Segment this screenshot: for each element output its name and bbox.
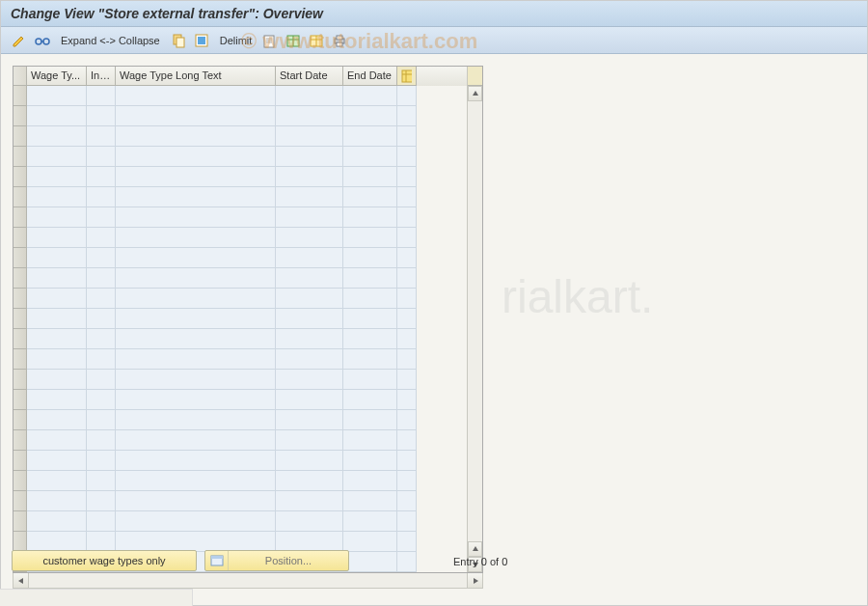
delimit-button[interactable]: Delimit <box>216 35 257 46</box>
cell-end-date[interactable] <box>343 430 397 451</box>
cell-end-date[interactable] <box>343 491 397 511</box>
table-row[interactable] <box>14 451 467 471</box>
cell-wage-type-long[interactable] <box>116 289 276 309</box>
cell-wage-type-long[interactable] <box>116 167 276 187</box>
cell-inf[interactable] <box>87 147 116 167</box>
row-handle[interactable] <box>14 451 27 471</box>
cell-inf[interactable] <box>87 329 116 349</box>
cell-wage-type[interactable] <box>27 86 87 106</box>
cell-end-date[interactable] <box>343 147 397 167</box>
cell-end-date[interactable] <box>343 309 397 329</box>
scroll-left-icon[interactable] <box>14 573 29 588</box>
row-handle[interactable] <box>14 329 27 349</box>
cell-start-date[interactable] <box>276 207 343 228</box>
cell-end-date[interactable] <box>343 329 397 349</box>
table-row[interactable] <box>14 370 467 390</box>
cell-start-date[interactable] <box>276 147 343 167</box>
row-handle[interactable] <box>14 511 27 532</box>
cell-end-date[interactable] <box>343 289 397 309</box>
cell-start-date[interactable] <box>276 126 343 147</box>
cell-inf[interactable] <box>87 106 116 126</box>
row-handle[interactable] <box>14 410 27 430</box>
cell-start-date[interactable] <box>276 167 343 187</box>
row-handle[interactable] <box>14 532 27 552</box>
cell-wage-type-long[interactable] <box>116 370 276 390</box>
cell-start-date[interactable] <box>276 491 343 511</box>
cell-end-date[interactable] <box>343 126 397 147</box>
cell-end-date[interactable] <box>343 390 397 410</box>
cell-end-date[interactable] <box>343 451 397 471</box>
row-handle[interactable] <box>14 187 27 207</box>
col-header-start-date[interactable]: Start Date <box>276 67 343 86</box>
cell-wage-type-long[interactable] <box>116 106 276 126</box>
cell-wage-type-long[interactable] <box>116 329 276 349</box>
table-yellow-icon[interactable] <box>308 32 325 49</box>
horizontal-scrollbar[interactable] <box>13 573 483 589</box>
cell-wage-type[interactable] <box>27 349 87 370</box>
cell-wage-type[interactable] <box>27 511 87 532</box>
row-handle[interactable] <box>14 289 27 309</box>
cell-wage-type-long[interactable] <box>116 532 276 552</box>
table-row[interactable] <box>14 147 467 167</box>
col-header-wage-type[interactable]: Wage Ty... <box>27 67 87 86</box>
table-row[interactable] <box>14 309 467 329</box>
cell-wage-type-long[interactable] <box>116 430 276 451</box>
cell-wage-type[interactable] <box>27 390 87 410</box>
cell-start-date[interactable] <box>276 370 343 390</box>
row-handle[interactable] <box>14 309 27 329</box>
cell-wage-type-long[interactable] <box>116 349 276 370</box>
row-handle[interactable] <box>14 491 27 511</box>
cell-end-date[interactable] <box>343 410 397 430</box>
cell-inf[interactable] <box>87 187 116 207</box>
cell-end-date[interactable] <box>343 552 397 572</box>
cell-inf[interactable] <box>87 289 116 309</box>
table-green-icon[interactable] <box>285 32 302 49</box>
table-row[interactable] <box>14 248 467 268</box>
cell-start-date[interactable] <box>276 106 343 126</box>
cell-start-date[interactable] <box>276 268 343 289</box>
cell-wage-type[interactable] <box>27 370 87 390</box>
cell-wage-type[interactable] <box>27 410 87 430</box>
table-row[interactable] <box>14 167 467 187</box>
cell-wage-type-long[interactable] <box>116 187 276 207</box>
cell-end-date[interactable] <box>343 370 397 390</box>
cell-start-date[interactable] <box>276 309 343 329</box>
row-handle[interactable] <box>14 86 27 106</box>
cell-end-date[interactable] <box>343 228 397 248</box>
table-row[interactable] <box>14 511 467 532</box>
cell-wage-type-long[interactable] <box>116 410 276 430</box>
cell-wage-type[interactable] <box>27 289 87 309</box>
scroll-right-icon[interactable] <box>467 573 482 588</box>
cell-end-date[interactable] <box>343 349 397 370</box>
cell-wage-type[interactable] <box>27 126 87 147</box>
glasses-icon[interactable] <box>34 32 51 49</box>
cell-wage-type-long[interactable] <box>116 268 276 289</box>
cell-wage-type-long[interactable] <box>116 86 276 106</box>
cell-start-date[interactable] <box>276 430 343 451</box>
table-row[interactable] <box>14 471 467 491</box>
cell-end-date[interactable] <box>343 511 397 532</box>
cell-wage-type-long[interactable] <box>116 309 276 329</box>
row-handle[interactable] <box>14 430 27 451</box>
cell-wage-type-long[interactable] <box>116 471 276 491</box>
scroll-track[interactable] <box>468 101 482 541</box>
select-all-icon[interactable] <box>193 32 210 49</box>
customer-wage-types-button[interactable]: customer wage types only <box>12 550 197 571</box>
row-handle[interactable] <box>14 167 27 187</box>
table-row[interactable] <box>14 86 467 106</box>
cell-inf[interactable] <box>87 511 116 532</box>
cell-inf[interactable] <box>87 167 116 187</box>
row-handle[interactable] <box>14 370 27 390</box>
cell-end-date[interactable] <box>343 167 397 187</box>
cell-inf[interactable] <box>87 248 116 268</box>
row-handle[interactable] <box>14 349 27 370</box>
cell-end-date[interactable] <box>343 532 397 552</box>
cell-wage-type[interactable] <box>27 207 87 228</box>
cell-start-date[interactable] <box>276 532 343 552</box>
cell-wage-type[interactable] <box>27 451 87 471</box>
cell-inf[interactable] <box>87 309 116 329</box>
cell-inf[interactable] <box>87 410 116 430</box>
cell-wage-type[interactable] <box>27 329 87 349</box>
cell-end-date[interactable] <box>343 106 397 126</box>
scroll-up-icon[interactable] <box>468 86 482 101</box>
